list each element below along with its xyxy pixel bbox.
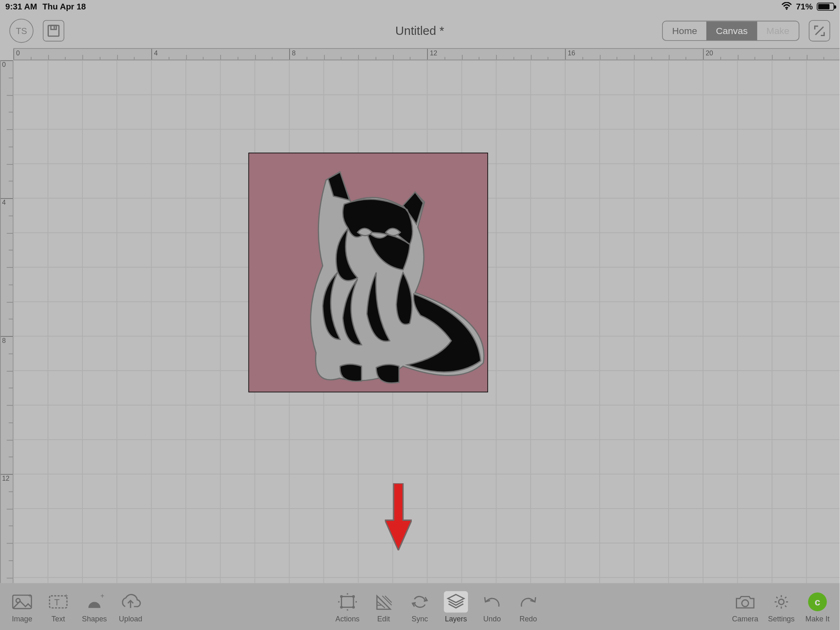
ruler-horizontal: 048121620 [14,48,840,60]
fullscreen-button[interactable] [809,20,830,41]
svg-point-16 [742,600,749,606]
svg-text:+: + [28,593,32,598]
tool-label: Actions [336,614,360,623]
shapes-icon: + [84,593,105,610]
annotation-arrow-icon [385,484,412,550]
tab-canvas[interactable]: Canvas [707,21,757,40]
upload-button[interactable]: Upload [112,591,148,623]
sync-icon [411,593,429,610]
undo-icon [483,593,502,610]
tool-label: Undo [483,614,501,623]
user-avatar[interactable]: TS [9,19,34,43]
svg-text:+: + [64,593,68,598]
svg-point-14 [340,605,343,608]
camera-icon [735,593,756,610]
tab-make: Make [757,21,799,40]
svg-point-12 [340,595,343,598]
tool-label: Camera [732,614,758,623]
tool-label: Text [52,614,65,623]
tool-label: Sync [411,614,428,623]
tool-label: Make It [806,614,830,623]
svg-text:T: T [54,597,59,607]
text-icon: T+ [48,593,68,610]
status-bar: 9:31 AM Thu Apr 18 71% [0,0,840,14]
tool-label: Layers [445,614,467,623]
battery-percent: 71% [796,2,813,11]
tool-label: Image [12,614,32,623]
svg-point-17 [778,599,784,604]
save-icon [47,24,60,38]
status-date: Thu Apr 18 [43,2,86,11]
canvas-object[interactable] [249,153,488,392]
redo-button[interactable]: Redo [510,591,546,623]
tool-label: Settings [768,614,794,623]
sync-button[interactable]: Sync [402,591,438,623]
makeit-button[interactable]: cMake It [799,591,835,623]
redo-icon [519,593,538,610]
view-segmented-control: Home Canvas Make [662,21,799,41]
tool-label: Shapes [82,614,107,623]
svg-rect-11 [341,596,353,607]
svg-rect-2 [51,25,56,30]
undo-button[interactable]: Undo [474,591,510,623]
svg-text:+: + [100,593,105,598]
tool-label: Redo [519,614,537,623]
save-button[interactable] [43,20,64,41]
app-header: TS Untitled * Home Canvas Make [0,14,840,48]
tab-home[interactable]: Home [663,21,707,40]
actions-button[interactable]: Actions [329,591,365,623]
battery-icon [817,3,834,11]
bottom-toolbar: +Image T+Text +Shapes Upload Actions Edi… [0,583,840,630]
expand-icon [813,25,825,37]
settings-button[interactable]: Settings [763,591,799,623]
svg-point-15 [352,605,355,608]
svg-point-0 [786,8,788,9]
svg-point-13 [352,595,355,598]
cat-image [276,165,490,390]
status-time: 9:31 AM [5,2,37,11]
layers-button[interactable]: Layers [438,591,474,623]
document-title: Untitled * [395,24,444,38]
tool-label: Edit [377,614,390,623]
svg-rect-1 [48,25,59,36]
edit-icon [374,593,393,610]
tool-label: Upload [119,614,142,623]
ruler-vertical: 04812 [0,60,14,583]
upload-icon [120,593,141,610]
image-icon: + [12,593,32,610]
camera-button[interactable]: Camera [727,591,763,623]
image-button[interactable]: +Image [4,591,40,623]
layers-icon [447,593,466,610]
design-canvas[interactable] [14,60,840,583]
wifi-icon [781,2,792,11]
cricut-logo-icon: c [808,592,827,611]
text-button[interactable]: T+Text [40,591,76,623]
edit-button[interactable]: Edit [365,591,402,623]
gear-icon [772,593,791,610]
actions-icon [338,593,357,610]
shapes-button[interactable]: +Shapes [76,591,112,623]
